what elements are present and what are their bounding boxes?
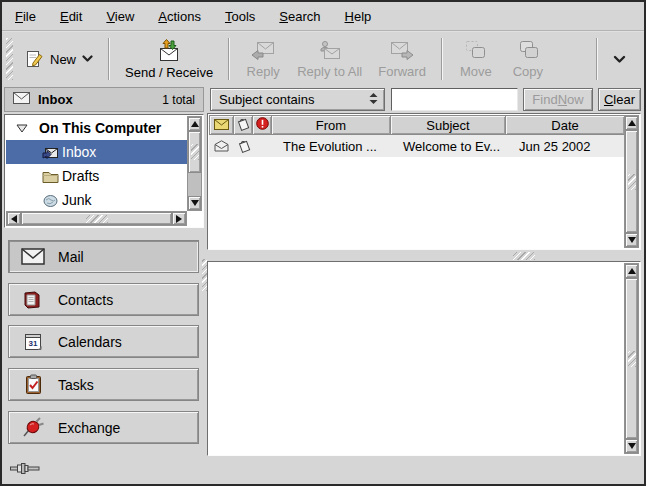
shortcut-label: Contacts — [58, 292, 113, 308]
tree-row-on-this-computer[interactable]: On This Computer — [6, 116, 187, 140]
scrollbar-thumb[interactable] — [625, 278, 638, 439]
search-filter-dropdown[interactable]: Subject contains — [210, 88, 385, 111]
menu-view[interactable]: View — [106, 9, 134, 24]
search-input[interactable] — [391, 88, 518, 111]
move-button[interactable]: Move — [450, 35, 502, 83]
scroll-down-button[interactable] — [625, 233, 638, 247]
tree-horizontal-scrollbar — [6, 211, 187, 226]
reply-all-icon — [317, 40, 343, 62]
scroll-up-button[interactable] — [625, 264, 638, 278]
mail-icon — [21, 248, 45, 265]
column-subject-header[interactable]: Subject — [390, 115, 506, 135]
reply-button[interactable]: Reply — [237, 35, 289, 83]
tree-row-junk[interactable]: Junk — [6, 188, 187, 211]
folder-tree: On This Computer Inbox Drafts Junk — [4, 114, 204, 228]
menu-tools[interactable]: Tools — [225, 9, 255, 24]
send-receive-button[interactable]: Send / Receive — [117, 35, 221, 83]
tree-item-label: Inbox — [62, 144, 96, 160]
scrollbar-thumb[interactable] — [625, 130, 638, 233]
scroll-down-button[interactable] — [188, 196, 201, 210]
toolbar-separator — [441, 38, 443, 80]
clear-label: C — [604, 92, 613, 107]
svg-text:31: 31 — [28, 338, 37, 347]
menu-edit[interactable]: Edit — [60, 9, 82, 24]
move-label: Move — [460, 64, 492, 79]
reply-icon — [250, 40, 276, 62]
exchange-icon — [21, 417, 45, 438]
attachment-icon — [234, 139, 254, 153]
new-button-label: New — [50, 52, 76, 67]
find-now-button[interactable]: Find Now — [523, 88, 593, 111]
shortcut-tasks-button[interactable]: Tasks — [8, 368, 199, 401]
calendar-icon: 31 — [21, 332, 45, 352]
column-date-header[interactable]: Date — [505, 115, 625, 135]
splitter-grip — [513, 252, 535, 260]
send-receive-icon — [156, 39, 182, 63]
column-from-header[interactable]: From — [271, 115, 391, 135]
scroll-right-button[interactable] — [172, 212, 186, 225]
chevron-down-icon — [82, 55, 93, 63]
message-count: 1 total — [162, 93, 195, 107]
shortcut-label: Tasks — [58, 377, 94, 393]
shortcut-calendars-button[interactable]: 31 Calendars — [8, 325, 199, 358]
reply-to-all-button[interactable]: Reply to All — [289, 35, 370, 83]
contacts-icon — [21, 290, 45, 310]
message-subject: Welcome to Ev... — [394, 139, 510, 154]
expander-triangle-icon[interactable] — [13, 124, 31, 133]
menu-bar: File Edit View Actions Tools Search Help — [2, 2, 644, 30]
scroll-up-button[interactable] — [625, 116, 638, 130]
attachment-icon — [236, 117, 250, 134]
toolbar: New Send / Receive Reply Reply to All — [2, 32, 644, 86]
copy-button[interactable]: Copy — [502, 35, 554, 83]
column-status-header[interactable] — [209, 115, 234, 135]
shortcut-label: Mail — [58, 249, 84, 265]
scrollbar-thumb[interactable] — [21, 212, 172, 225]
column-priority-header[interactable] — [252, 115, 272, 135]
shortcut-contacts-button[interactable]: Contacts — [8, 283, 199, 316]
scrollbar-trough[interactable] — [188, 173, 201, 196]
toolbar-separator — [228, 38, 230, 80]
reply-all-label: Reply to All — [297, 64, 362, 79]
shortcut-mail-button[interactable]: Mail — [8, 240, 199, 273]
open-envelope-icon — [209, 140, 234, 152]
message-list-scrollbar — [624, 115, 639, 248]
shortcut-label: Exchange — [58, 420, 120, 436]
toolbar-drag-handle[interactable] — [6, 38, 13, 80]
message-list-header: From Subject Date — [209, 115, 624, 135]
evolution-window: File Edit View Actions Tools Search Help… — [0, 0, 646, 486]
menu-search[interactable]: Search — [279, 9, 320, 24]
tree-root-label: On This Computer — [39, 120, 161, 136]
toolbar-overflow-button[interactable] — [605, 48, 634, 71]
tree-row-inbox[interactable]: Inbox — [6, 140, 187, 164]
clear-button[interactable]: Clear — [598, 88, 641, 111]
copy-icon — [516, 40, 540, 62]
status-bar — [2, 456, 644, 484]
forward-button[interactable]: Forward — [370, 35, 434, 83]
tree-row-drafts[interactable]: Drafts — [6, 164, 187, 188]
new-button[interactable]: New — [17, 37, 101, 81]
preview-pane — [207, 261, 641, 456]
find-now-label: Find — [532, 92, 557, 107]
forward-label: Forward — [378, 64, 426, 79]
scroll-up-button[interactable] — [188, 117, 201, 131]
column-attachment-header[interactable] — [233, 115, 253, 135]
new-message-icon — [25, 50, 44, 69]
folder-tree-rows: On This Computer Inbox Drafts Junk — [6, 116, 187, 211]
combo-arrows-icon — [369, 92, 378, 107]
message-list: From Subject Date The Evolution ... Welc… — [207, 113, 641, 250]
shortcut-exchange-button[interactable]: Exchange — [8, 411, 199, 444]
pane-splitter[interactable] — [207, 250, 641, 261]
scrollbar-thumb[interactable] — [188, 131, 201, 173]
priority-icon — [256, 117, 269, 133]
envelope-icon — [13, 92, 30, 107]
scroll-down-button[interactable] — [625, 439, 638, 453]
scroll-left-button[interactable] — [7, 212, 21, 225]
connector-icon[interactable] — [10, 462, 40, 478]
menu-actions[interactable]: Actions — [158, 9, 201, 24]
message-row[interactable]: The Evolution ... Welcome to Ev... Jun 2… — [209, 135, 624, 157]
toolbar-separator — [108, 38, 110, 80]
inbox-icon — [41, 145, 59, 159]
menu-help[interactable]: Help — [345, 9, 372, 24]
menu-file[interactable]: File — [15, 9, 36, 24]
move-icon — [464, 40, 488, 62]
